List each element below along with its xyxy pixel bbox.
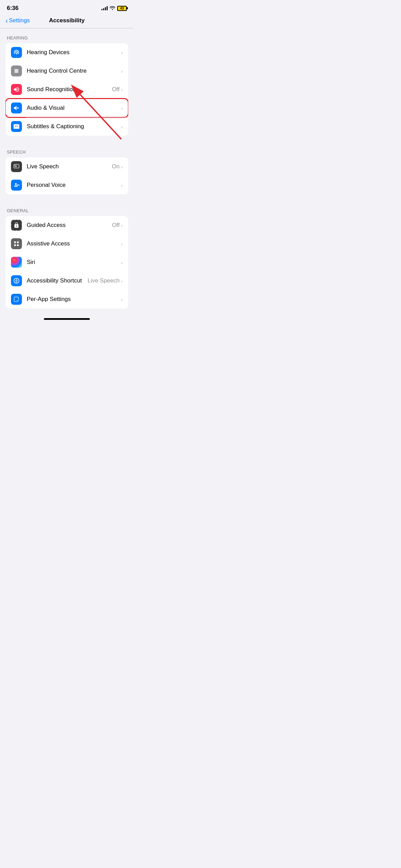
accessibility-shortcut-row[interactable]: Accessibility Shortcut Live Speech › [5, 272, 128, 290]
audio-visual-row[interactable]: Audio & Visual › [5, 99, 128, 117]
accessibility-shortcut-label: Accessibility Shortcut [27, 277, 82, 284]
live-speech-chevron-icon: › [121, 164, 123, 170]
subtitles-captioning-label: Subtitles & Captioning [27, 123, 84, 130]
audio-visual-label: Audio & Visual [27, 105, 64, 111]
live-speech-value: On [112, 163, 120, 170]
hearing-group: Hearing Devices › Hearing Control Ce [5, 43, 128, 136]
subtitles-captioning-chevron-icon: › [121, 124, 123, 130]
hearing-devices-right: › [121, 50, 123, 56]
live-speech-label: Live Speech [27, 163, 59, 170]
subtitles-captioning-row[interactable]: Subtitles & Captioning › [5, 117, 128, 136]
page-title: Accessibility [49, 17, 85, 24]
assistive-access-label: Assistive Access [27, 240, 70, 247]
hearing-control-centre-label: Hearing Control Centre [27, 68, 87, 74]
signal-bars-icon [101, 6, 108, 10]
subtitles-captioning-right: › [121, 124, 123, 130]
accessibility-shortcut-content: Accessibility Shortcut Live Speech › [27, 277, 123, 284]
nav-bar: ‹ Settings Accessibility [0, 14, 134, 28]
sound-recognition-row[interactable]: Sound Recognition Off › [5, 80, 128, 99]
hearing-control-centre-content: Hearing Control Centre › [27, 68, 123, 74]
hearing-devices-icon [11, 47, 22, 58]
sound-recognition-icon [11, 84, 22, 95]
hearing-control-centre-chevron-icon: › [121, 68, 123, 74]
accessibility-shortcut-icon [11, 275, 22, 286]
live-speech-row[interactable]: Live Speech On › [5, 157, 128, 176]
svg-point-14 [15, 183, 17, 185]
accessibility-shortcut-right: Live Speech › [87, 277, 123, 284]
assistive-access-content: Assistive Access › [27, 240, 123, 247]
svg-rect-18 [17, 244, 19, 246]
guided-access-label: Guided Access [27, 222, 65, 229]
sound-recognition-right: Off › [112, 86, 123, 93]
personal-voice-row[interactable]: Personal Voice › [5, 176, 128, 194]
svg-rect-10 [14, 164, 19, 168]
svg-rect-12 [14, 166, 17, 167]
personal-voice-label: Personal Voice [27, 182, 65, 189]
guided-access-icon [11, 220, 22, 231]
svg-point-4 [16, 70, 17, 71]
guided-access-row[interactable]: Guided Access Off › [5, 216, 128, 234]
hearing-control-centre-row[interactable]: Hearing Control Centre › [5, 62, 128, 80]
back-chevron-icon: ‹ [5, 17, 8, 25]
audio-visual-right: › [121, 105, 123, 111]
assistive-access-icon [11, 238, 22, 249]
home-bar [44, 318, 90, 320]
battery-icon: 43 [117, 6, 127, 11]
personal-voice-right: › [121, 182, 123, 188]
general-group: Guided Access Off › Assistive Access [5, 216, 128, 309]
per-app-settings-chevron-icon: › [121, 297, 123, 302]
live-speech-right: On › [112, 163, 123, 170]
status-time: 6:36 [7, 5, 19, 12]
svg-point-3 [15, 69, 16, 70]
svg-rect-17 [14, 244, 16, 246]
accessibility-shortcut-value: Live Speech [87, 277, 120, 284]
per-app-settings-content: Per-App Settings › [27, 296, 123, 303]
assistive-access-chevron-icon: › [121, 241, 123, 247]
svg-rect-15 [14, 241, 16, 243]
audio-visual-icon [11, 103, 22, 113]
accessibility-shortcut-chevron-icon: › [121, 278, 123, 284]
home-indicator [0, 315, 134, 321]
personal-voice-content: Personal Voice › [27, 182, 123, 189]
siri-row[interactable]: Siri › [5, 253, 128, 272]
per-app-settings-row[interactable]: Per-App Settings › [5, 290, 128, 309]
sound-recognition-content: Sound Recognition Off › [27, 86, 123, 93]
hearing-devices-chevron-icon: › [121, 50, 123, 56]
svg-point-7 [18, 108, 19, 109]
section-header-speech: SPEECH [0, 143, 134, 157]
sound-recognition-value: Off [112, 86, 120, 93]
personal-voice-icon [11, 180, 22, 191]
per-app-settings-label: Per-App Settings [27, 296, 71, 303]
svg-rect-11 [14, 165, 16, 166]
live-speech-content: Live Speech On › [27, 163, 123, 170]
back-button[interactable]: ‹ Settings [5, 17, 30, 25]
svg-rect-16 [17, 241, 19, 243]
wifi-icon [110, 5, 115, 11]
svg-rect-13 [16, 165, 17, 166]
hearing-control-centre-icon [11, 65, 22, 76]
status-bar: 6:36 43 [0, 0, 134, 14]
live-speech-icon [11, 161, 22, 172]
siri-content: Siri › [27, 259, 123, 266]
siri-chevron-icon: › [121, 260, 123, 265]
guided-access-content: Guided Access Off › [27, 222, 123, 229]
back-label: Settings [9, 17, 30, 24]
siri-icon [11, 257, 22, 268]
subtitles-captioning-icon [11, 121, 22, 132]
assistive-access-right: › [121, 241, 123, 247]
svg-point-5 [15, 72, 16, 73]
speech-group: Live Speech On › Personal [5, 157, 128, 194]
audio-visual-content: Audio & Visual › [27, 105, 123, 111]
audio-visual-chevron-icon: › [121, 105, 123, 111]
assistive-access-row[interactable]: Assistive Access › [5, 234, 128, 253]
hearing-devices-label: Hearing Devices [27, 49, 70, 56]
section-header-general: GENERAL [0, 201, 134, 216]
svg-point-20 [16, 279, 17, 280]
hearing-devices-row[interactable]: Hearing Devices › [5, 43, 128, 62]
subtitles-captioning-content: Subtitles & Captioning › [27, 123, 123, 130]
hearing-devices-content: Hearing Devices › [27, 49, 123, 56]
per-app-settings-right: › [121, 297, 123, 302]
guided-access-chevron-icon: › [121, 222, 123, 228]
siri-right: › [121, 260, 123, 265]
guided-access-right: Off › [112, 222, 123, 229]
